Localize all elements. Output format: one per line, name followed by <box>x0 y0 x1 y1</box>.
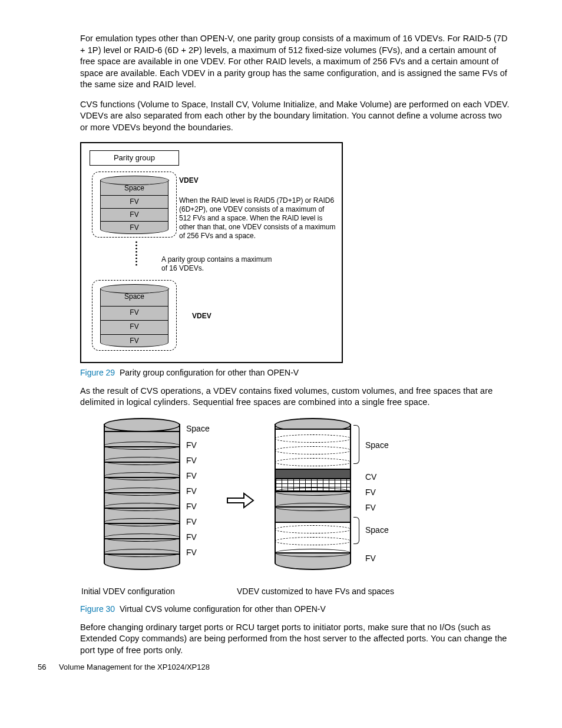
right-label-space: Space <box>365 525 389 535</box>
figure-29-caption: Figure 29 Parity group configuration for… <box>80 368 510 377</box>
right-label-space: Space <box>365 440 389 450</box>
figure-30: Space FV FV FV FV FV FV FV FV <box>80 417 481 599</box>
vdev-cylinder-1: Space FV FV FV <box>100 180 168 234</box>
vdev-cylinder-2: Space FV FV FV <box>100 288 168 347</box>
slice-space: Space <box>101 291 168 304</box>
footer-title: Volume Management for the XP1024/XP128 <box>59 663 210 671</box>
left-label-fv: FV <box>186 456 197 465</box>
right-label-fv: FV <box>365 554 376 563</box>
left-cylinder-caption: Initial VDEV configuration <box>81 587 175 596</box>
parity-group-label: Parity group <box>90 150 179 166</box>
slice-fv: FV <box>101 195 168 208</box>
figure-30-caption-text: Virtual CVS volume configuration for oth… <box>120 604 326 614</box>
left-label-fv: FV <box>186 502 197 511</box>
brace-icon <box>353 425 359 464</box>
vdev-label-1: VDEV <box>179 176 199 185</box>
figure-29: Parity group Space FV FV FV VDEV When th… <box>80 142 343 363</box>
page-number: 56 <box>38 663 46 671</box>
left-label-fv: FV <box>186 471 197 480</box>
figure-30-label: Figure 30 <box>80 604 115 614</box>
parity-group-note: A parity group contains a maximum of 16 … <box>161 255 279 273</box>
right-label-fv: FV <box>365 487 376 497</box>
left-label-fv: FV <box>186 486 197 496</box>
left-label-fv: FV <box>186 440 197 450</box>
initial-vdev-cylinder <box>104 424 180 570</box>
figure-29-label: Figure 29 <box>80 368 115 377</box>
left-label-space: Space <box>186 424 210 433</box>
left-label-fv: FV <box>186 548 197 557</box>
vdev-description: When the RAID level is RAID5 (7D+1P) or … <box>179 196 336 241</box>
slice-fv: FV <box>101 221 168 234</box>
paragraph-2: CVS functions (Volume to Space, Install … <box>80 99 510 134</box>
brace-icon <box>353 517 359 544</box>
arrow-icon <box>226 492 254 509</box>
figure-30-caption: Figure 30 Virtual CVS volume configurati… <box>80 604 510 614</box>
left-label-fv: FV <box>186 532 197 542</box>
left-label-fv: FV <box>186 517 197 526</box>
right-label-fv: FV <box>365 503 376 512</box>
slice-space: Space <box>101 182 168 195</box>
right-label-cv: CV <box>365 472 376 482</box>
slice-fv: FV <box>101 320 168 333</box>
vertical-ellipsis: •••••••• <box>133 241 140 276</box>
paragraph-4: Before changing ordinary target ports or… <box>80 622 510 657</box>
slice-fv: FV <box>101 208 168 221</box>
vdev-label-2: VDEV <box>192 312 211 321</box>
slice-fv: FV <box>101 306 168 319</box>
slice-fv: FV <box>101 334 168 347</box>
paragraph-3: As the result of CVS operations, a VDEV … <box>80 386 510 409</box>
page-footer: 56 Volume Management for the XP1024/XP12… <box>38 663 210 671</box>
paragraph-1: For emulation types other than OPEN-V, o… <box>80 33 510 91</box>
customized-vdev-cylinder <box>275 424 351 570</box>
document-page: For emulation types other than OPEN-V, o… <box>0 0 562 688</box>
right-cylinder-caption: VDEV customized to have FVs and spaces <box>237 587 394 596</box>
